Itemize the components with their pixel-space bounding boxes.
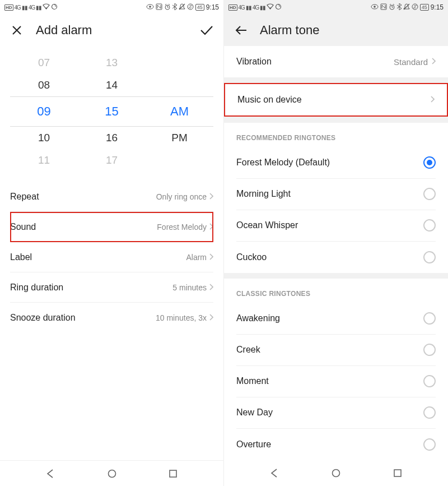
picker-minute[interactable]: 16 <box>78 132 146 144</box>
nav-bar <box>0 460 223 486</box>
ringtone-item[interactable]: Morning Light <box>236 179 436 210</box>
ringtone-item[interactable]: Ocean Whisper <box>236 210 436 242</box>
radio-unselected[interactable] <box>423 251 436 263</box>
row-vibration[interactable]: Vibration Standard <box>224 46 448 77</box>
picker-minute[interactable]: 17 <box>78 154 146 166</box>
row-value: Forest Melody <box>157 223 207 232</box>
row-label: Label <box>10 252 32 262</box>
nav-home[interactable] <box>101 465 123 482</box>
radio-unselected[interactable] <box>423 312 436 325</box>
radio-selected[interactable] <box>423 156 436 169</box>
picker-hour[interactable]: 08 <box>10 79 78 91</box>
svg-rect-10 <box>170 470 176 477</box>
row-music-on-device[interactable]: Music on device <box>225 84 447 115</box>
phone-add-alarm: HD 4G ▮▮ 4G ▮▮ <box>0 0 224 486</box>
ringtone-label: Forest Melody (Default) <box>236 158 330 168</box>
row-ring-duration[interactable]: Ring duration 5 minutes <box>10 272 213 303</box>
list-classic: Awakening Creek Moment <box>224 303 448 460</box>
page-title: Add alarm <box>36 23 92 38</box>
list-recommended: Forest Melody (Default) Morning Light Oc… <box>224 147 448 273</box>
row-value: 5 minutes <box>172 283 207 292</box>
row-snooze-duration[interactable]: Snooze duration 10 minutes, 3x <box>10 303 213 333</box>
picker-minute[interactable]: 14 <box>78 79 146 91</box>
chevron-right-icon <box>209 283 213 293</box>
radio-unselected[interactable] <box>423 219 436 232</box>
picker-hour[interactable]: 07 <box>10 57 78 69</box>
row-label: Sound <box>10 222 36 232</box>
close-button[interactable] <box>9 22 25 38</box>
picker-hour-selected[interactable]: 09 <box>10 104 78 119</box>
svg-point-0 <box>46 7 47 8</box>
row-repeat[interactable]: Repeat Only ring once <box>10 182 213 212</box>
chevron-right-icon <box>209 252 213 262</box>
nav-home[interactable] <box>325 465 347 482</box>
picker-hour[interactable]: 11 <box>10 154 78 166</box>
ringtone-label: New Day <box>236 408 273 418</box>
chevron-right-icon <box>430 95 435 105</box>
svg-point-12 <box>276 4 281 9</box>
ringtone-item[interactable]: Forest Melody (Default) <box>236 147 436 179</box>
signal-4g: 4G <box>239 4 245 11</box>
row-sound[interactable]: Sound Forest Melody <box>10 212 213 242</box>
svg-point-3 <box>149 6 151 8</box>
confirm-button[interactable] <box>199 22 214 38</box>
picker-minute-selected[interactable]: 15 <box>78 104 146 119</box>
nfc-icon <box>380 3 387 12</box>
ringtone-label: Ocean Whisper <box>236 220 298 230</box>
row-label-setting[interactable]: Label Alarm <box>10 242 213 272</box>
bluetooth-icon <box>172 3 177 12</box>
battery-icon: 45 <box>420 4 429 11</box>
row-label: Music on device <box>237 95 302 105</box>
row-label: Snooze duration <box>10 313 76 323</box>
radio-unselected[interactable] <box>423 406 436 419</box>
picker-hour[interactable]: 10 <box>10 132 78 144</box>
no-data-icon <box>412 3 418 12</box>
nav-recent[interactable] <box>162 465 184 482</box>
wifi-icon <box>267 3 274 11</box>
wifi-icon <box>43 3 50 11</box>
ringtone-item[interactable]: Creek <box>236 335 436 366</box>
alarm-settings-list: Repeat Only ring once Sound Forest Melod… <box>0 182 223 333</box>
chevron-right-icon <box>209 192 213 202</box>
row-value: 10 minutes, 3x <box>156 313 207 322</box>
time-picker[interactable]: 07 13 08 14 09 15 AM 10 16 PM 11 17 <box>0 46 223 182</box>
ringtone-label: Awakening <box>236 313 280 323</box>
svg-point-14 <box>374 6 376 8</box>
ringtone-label: Moment <box>236 376 269 386</box>
nav-recent[interactable] <box>386 465 409 482</box>
svg-point-20 <box>333 470 340 477</box>
ringtone-item[interactable]: Moment <box>236 366 436 397</box>
ringtone-item[interactable]: Cuckoo <box>236 242 436 273</box>
signal-4g-2: 4G <box>253 4 259 11</box>
back-button[interactable] <box>233 22 249 38</box>
signal-bars-icon-2: ▮▮ <box>260 4 265 11</box>
nav-back[interactable] <box>39 465 62 482</box>
radio-unselected[interactable] <box>423 344 436 356</box>
picker-ampm-selected[interactable]: AM <box>146 104 213 119</box>
bluetooth-icon <box>397 3 402 12</box>
nav-back[interactable] <box>263 465 286 482</box>
row-label: Vibration <box>236 57 272 67</box>
swirl-icon <box>275 3 282 12</box>
signal-bars-icon: ▮▮ <box>246 4 251 11</box>
radio-unselected[interactable] <box>423 375 436 387</box>
ringtone-item[interactable]: Awakening <box>236 303 436 335</box>
svg-point-9 <box>108 470 115 477</box>
alarm-icon <box>164 3 171 12</box>
chevron-right-icon <box>209 222 213 232</box>
ringtone-label: Creek <box>236 345 260 355</box>
ringtone-label: Overture <box>236 439 271 450</box>
ringtone-item[interactable]: New Day <box>236 397 436 429</box>
radio-unselected[interactable] <box>423 438 436 451</box>
svg-point-1 <box>52 4 57 9</box>
battery-icon: 45 <box>195 4 204 11</box>
swirl-icon <box>51 3 58 12</box>
mute-icon <box>179 3 185 12</box>
picker-ampm[interactable]: PM <box>146 132 213 144</box>
phone-alarm-tone: HD 4G ▮▮ 4G ▮▮ 45 9:15 <box>224 0 448 486</box>
header: Add alarm <box>0 15 223 46</box>
ringtone-item[interactable]: Overture <box>236 429 436 460</box>
mute-icon <box>403 3 410 12</box>
radio-unselected[interactable] <box>423 188 436 200</box>
picker-minute[interactable]: 13 <box>78 57 146 69</box>
